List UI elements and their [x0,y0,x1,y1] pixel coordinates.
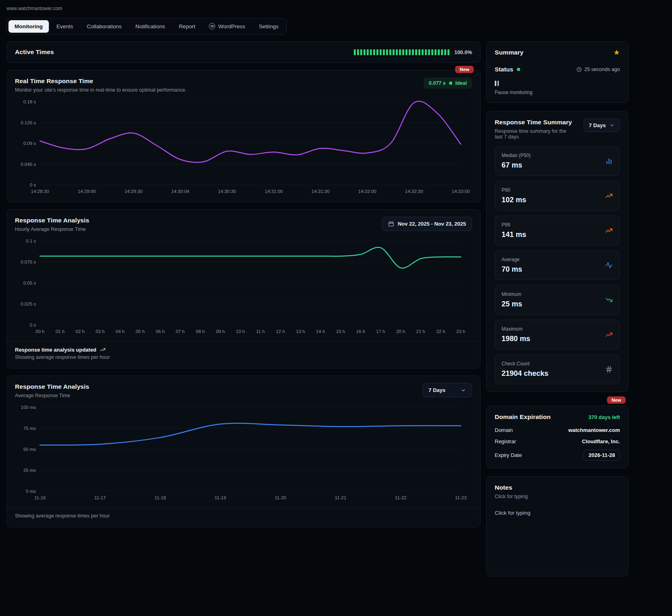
svg-text:10 h: 10 h [236,329,245,334]
svg-text:21 h: 21 h [416,329,425,334]
svg-text:25 ms: 25 ms [23,468,36,473]
daily-range-label: 7 Days [428,387,445,393]
svg-text:11 h: 11 h [256,329,265,334]
daily-analysis-card: Response Time Analysis Average Response … [6,375,481,527]
active-bar [389,49,391,55]
stat-minimum: Minimum25 ms [495,285,620,315]
rt-summary-range-select[interactable]: 7 Days [584,119,620,132]
chevron-down-icon [460,388,466,393]
svg-text:16 h: 16 h [356,329,365,334]
stat-average: Average70 ms [495,250,620,280]
star-icon[interactable]: ★ [613,49,620,56]
active-bar [373,49,375,55]
notes-title: Notes [495,484,620,491]
date-range-label: Nov 22, 2025 - Nov 23, 2025 [398,221,466,227]
active-bar [441,49,443,55]
registrar-value: Cloudflare, Inc. [582,438,620,444]
expiry-row: Expiry Date 2026-11-28 [495,450,620,461]
tab-notifications[interactable]: Notifications [129,20,171,33]
svg-text:11-16: 11-16 [34,495,46,500]
status-dot [517,68,520,71]
svg-text:11-23: 11-23 [455,495,467,500]
stat-maximum: Maximum1980 ms [495,320,620,350]
svg-text:23 h: 23 h [456,329,465,334]
hourly-title: Response Time Analysis [15,217,89,224]
hash-icon [605,365,613,373]
svg-text:14:30:04: 14:30:04 [171,189,189,194]
realtime-card: New Real Time Response Time Monitor your… [6,70,481,202]
active-bar [435,49,437,55]
svg-text:11-22: 11-22 [395,495,407,500]
svg-text:0.025 s: 0.025 s [21,302,36,306]
daily-title: Response Time Analysis [15,383,89,390]
svg-text:14:30:30: 14:30:30 [218,189,236,194]
active-bar [444,49,446,55]
active-bar [409,49,411,55]
days-left-badge: 370 days left [588,414,620,420]
current-response-time: 0.077 s [429,80,446,86]
tab-monitoring[interactable]: Monitoring [8,20,49,33]
active-bar [354,49,356,55]
tab-collaborations[interactable]: Collaborations [81,20,128,33]
active-bar [363,49,365,55]
summary-card: Summary ★ Status 25 seconds ago [486,41,628,103]
bar-chart-icon [605,157,613,165]
active-bar [405,49,407,55]
domain-expiration-card: New Domain Expiration 370 days left Doma… [486,406,628,468]
daily-range-select[interactable]: 7 Days [422,383,472,397]
chevron-down-icon [609,123,615,128]
hourly-chart: 0.1 s0.075 s0.05 s0.025 s0 s00 h01 h02 h… [15,235,473,336]
trend-up-icon [605,331,613,339]
svg-text:22 h: 22 h [436,329,445,334]
new-badge: New [455,66,474,73]
active-bar [357,49,359,55]
main-column: Active Times 100.0% New Real Time Respon… [6,41,481,527]
hourly-subtitle: Hourly Average Response Time [15,226,89,232]
pause-monitoring-button[interactable]: Pause monitoring [495,81,532,95]
domain-row: Domain watchmantower.com [495,427,620,433]
stat-p90: P90102 ms [495,181,620,211]
tab-report[interactable]: Report [173,20,202,33]
active-bar [402,49,404,55]
svg-text:50 ms: 50 ms [23,447,36,452]
active-bar [412,49,414,55]
svg-text:11-21: 11-21 [335,495,346,500]
date-range-button[interactable]: Nov 22, 2025 - Nov 23, 2025 [382,217,472,231]
active-times-title: Active Times [15,48,54,56]
svg-text:01 h: 01 h [55,329,64,334]
active-bar [386,49,388,55]
svg-text:0 s: 0 s [30,182,36,187]
svg-text:0.045 s: 0.045 s [21,162,36,167]
svg-text:75 ms: 75 ms [23,426,36,431]
pause-monitoring-label: Pause monitoring [495,90,532,95]
rt-summary-range-label: 7 Days [589,122,606,128]
svg-text:14:28:30: 14:28:30 [31,189,49,194]
active-bar [399,49,401,55]
domain-value: watchmantower.com [568,427,620,433]
new-badge: New [607,396,626,404]
tab-wordpress[interactable]: W WordPress [203,20,251,33]
stat-check-count: Check Count21904 checks [495,354,620,384]
daily-subtitle: Average Response Time [15,393,89,398]
status-label: Ideal [456,80,467,86]
wordpress-icon: W [209,23,215,29]
svg-text:0 s: 0 s [30,323,36,327]
svg-text:00 h: 00 h [36,329,44,334]
active-bar [376,49,378,55]
stat-median: Median (P50)67 ms [495,146,620,176]
svg-text:20 h: 20 h [396,329,405,334]
tab-settings[interactable]: Settings [253,20,285,33]
svg-text:17 h: 17 h [376,329,385,334]
trend-up-icon [605,226,613,235]
svg-text:14 h: 14 h [316,329,325,334]
active-bar [360,49,362,55]
rt-summary-title: Response Time Summary [495,119,575,126]
trend-up-icon [100,347,106,353]
svg-text:03 h: 03 h [96,329,105,334]
svg-text:0.18 s: 0.18 s [23,99,36,104]
notes-input[interactable]: Click for typing [495,510,620,516]
tab-events[interactable]: Events [50,20,79,33]
trend-up-icon [605,192,613,200]
status-pill: 0.077 s Ideal [424,78,472,89]
hourly-footer-sub: Showing average response times per hour [15,354,472,360]
